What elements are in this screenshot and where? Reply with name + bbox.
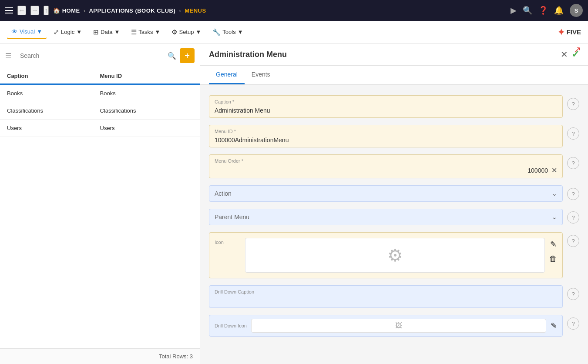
tools-icon: 🔧 xyxy=(212,28,221,36)
icon-field-label: Icon xyxy=(215,238,241,245)
breadcrumb-applications[interactable]: APPLICATIONS (BOOK CLUB) xyxy=(89,7,175,14)
toolbar-tools[interactable]: 🔧 Tools ▼ xyxy=(208,26,247,39)
icon-field: Icon ⚙ ✎ 🗑 xyxy=(209,232,563,278)
menuorder-input-wrapper: Menu Order * 100000 ✕ xyxy=(209,154,563,178)
logic-icon: ⤢ xyxy=(54,28,59,36)
toolbar-logic-label: Logic xyxy=(61,29,74,35)
nav-forward-button[interactable]: → xyxy=(30,6,39,15)
caption-field: Caption * Administration Menu xyxy=(209,95,563,118)
add-button[interactable]: + xyxy=(180,48,195,63)
tabs: General Events xyxy=(200,66,588,85)
toolbar-logic[interactable]: ⤢ Logic ▼ xyxy=(49,26,86,39)
search-icon[interactable]: 🔍 xyxy=(168,52,176,60)
parentmenu-row: Parent Menu ⌄ ? xyxy=(209,209,579,225)
action-dropdown[interactable]: Action ⌄ xyxy=(209,185,563,202)
drillicon-row: Drill Down Icon 🖼 ✎ ? xyxy=(209,315,579,337)
user-avatar[interactable]: S xyxy=(570,4,583,17)
breadcrumb-home[interactable]: 🏠 HOME xyxy=(53,7,80,14)
action-help-icon[interactable]: ? xyxy=(567,188,579,200)
five-logo-icon: ✦ xyxy=(558,27,565,37)
icon-delete-button[interactable]: 🗑 xyxy=(549,254,557,264)
drillcaption-input-wrapper: Drill Down Caption xyxy=(209,285,563,308)
drillicon-preview: 🖼 xyxy=(251,319,546,333)
table-row[interactable]: Classifications Classifications xyxy=(0,102,200,120)
search-bar: ☰ 🔍 + xyxy=(0,43,200,68)
drillcaption-row: Drill Down Caption ? xyxy=(209,285,579,308)
parentmenu-help-icon[interactable]: ? xyxy=(567,211,579,224)
caption-label: Caption * xyxy=(215,99,557,104)
panel-title: Administration Menu xyxy=(209,50,561,59)
red-arrow-indicator: ↗ xyxy=(574,44,581,55)
drillcaption-help-icon[interactable]: ? xyxy=(567,288,579,300)
parentmenu-label: Parent Menu xyxy=(215,214,552,220)
help-nav-button[interactable]: ❓ xyxy=(538,6,548,15)
tab-events[interactable]: Events xyxy=(245,66,277,84)
search-nav-button[interactable]: 🔍 xyxy=(523,6,532,15)
nav-back-button[interactable]: ← xyxy=(17,6,26,15)
toolbar-visual[interactable]: 👁 Visual ▼ xyxy=(7,25,47,39)
top-nav-bar: ← → ↑ 🏠 HOME › APPLICATIONS (BOOK CLUB) … xyxy=(0,0,588,21)
drillicon-field: Drill Down Icon 🖼 ✎ xyxy=(209,315,563,337)
search-input[interactable] xyxy=(15,48,164,63)
toolbar-visual-label: Visual xyxy=(20,28,35,35)
form-content: Caption * Administration Menu ? Menu ID … xyxy=(200,85,588,364)
action-label: Action xyxy=(215,190,552,197)
gear-icon: ⚙ xyxy=(387,245,403,265)
breadcrumb-menus[interactable]: MENUS xyxy=(185,7,206,14)
table-row[interactable]: Users Users xyxy=(0,120,200,137)
parentmenu-field: Parent Menu ⌄ xyxy=(209,209,563,225)
parentmenu-dropdown[interactable]: Parent Menu ⌄ xyxy=(209,209,563,225)
table-row[interactable]: Books Books xyxy=(0,85,200,102)
menuid-input-wrapper: Menu ID * 100000AdministrationMenu xyxy=(209,125,563,147)
menuorder-label: Menu Order * xyxy=(215,158,557,164)
drillicon-edit-button[interactable]: ✎ xyxy=(551,321,557,331)
menuid-help-icon[interactable]: ? xyxy=(567,127,579,140)
toolbar-tools-label: Tools xyxy=(222,29,235,35)
toolbar-setup[interactable]: ⚙ Setup ▼ xyxy=(167,26,205,39)
nav-left: ← → ↑ 🏠 HOME › APPLICATIONS (BOOK CLUB) … xyxy=(5,6,505,15)
caption-help-icon[interactable]: ? xyxy=(567,98,579,110)
five-logo-text: FIVE xyxy=(567,28,581,36)
filter-icon: ☰ xyxy=(5,52,11,60)
total-rows-label: Total Rows: 3 xyxy=(159,353,193,360)
hamburger-menu[interactable] xyxy=(5,7,13,13)
drillcaption-value[interactable] xyxy=(215,296,557,304)
caption-row: Caption * Administration Menu ? xyxy=(209,95,579,118)
icon-edit-button[interactable]: ✎ xyxy=(550,240,557,249)
parentmenu-dropdown-arrow: ⌄ xyxy=(552,214,557,220)
menuid-field: Menu ID * 100000AdministrationMenu xyxy=(209,125,563,147)
table-header: Caption Menu ID xyxy=(0,68,200,85)
caption-column-header: Caption xyxy=(7,73,100,79)
caption-value[interactable]: Administration Menu xyxy=(215,106,557,114)
toolbar-tasks[interactable]: ☰ Tasks ▼ xyxy=(127,26,165,39)
close-button[interactable]: ✕ xyxy=(561,49,568,60)
menuorder-clear-button[interactable]: ✕ xyxy=(551,166,557,174)
menuorder-value[interactable]: 100000 xyxy=(215,167,548,174)
toolbar-data-label: Data xyxy=(101,29,112,35)
nav-right: ▶ 🔍 ❓ 🔔 S xyxy=(511,4,583,17)
main-content: ☰ 🔍 + Caption Menu ID Books Books Classi… xyxy=(0,43,588,364)
icon-section: Icon ⚙ ✎ 🗑 xyxy=(209,232,563,278)
notification-button[interactable]: 🔔 xyxy=(554,6,564,15)
menuorder-help-icon[interactable]: ? xyxy=(567,157,579,169)
left-panel: ☰ 🔍 + Caption Menu ID Books Books Classi… xyxy=(0,43,200,364)
icon-help-icon[interactable]: ? xyxy=(567,235,579,247)
drillicon-wrapper: Drill Down Icon 🖼 ✎ xyxy=(209,315,563,337)
drillcaption-field: Drill Down Caption xyxy=(209,285,563,308)
caption-input-wrapper: Caption * Administration Menu xyxy=(209,95,563,118)
icon-preview-box: ⚙ xyxy=(245,238,545,273)
play-button[interactable]: ▶ xyxy=(511,6,517,15)
caption-cell: Books xyxy=(7,90,100,97)
action-field: Action ⌄ xyxy=(209,185,563,202)
nav-up-button[interactable]: ↑ xyxy=(44,6,49,15)
five-logo: ✦ FIVE xyxy=(558,27,581,37)
menuid-row: Menu ID * 100000AdministrationMenu ? xyxy=(209,125,579,147)
menuorder-row: Menu Order * 100000 ✕ ? xyxy=(209,154,579,178)
menuid-value[interactable]: 100000AdministrationMenu xyxy=(215,136,557,144)
toolbar-data[interactable]: ⊞ Data ▼ xyxy=(89,26,124,39)
total-rows-footer: Total Rows: 3 xyxy=(0,348,200,364)
menuid-label: Menu ID * xyxy=(215,129,557,134)
drillicon-help-icon[interactable]: ? xyxy=(567,317,579,330)
visual-icon: 👁 xyxy=(11,28,18,35)
tab-general[interactable]: General xyxy=(209,66,245,84)
